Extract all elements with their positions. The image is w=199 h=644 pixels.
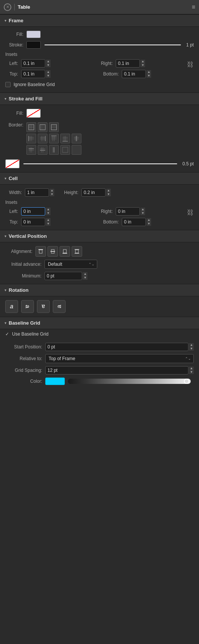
sf-fill-swatch[interactable] bbox=[26, 109, 41, 118]
rotation-section-header[interactable]: ▾ Rotation bbox=[0, 284, 199, 296]
color-slider[interactable] bbox=[68, 379, 191, 384]
border-btn-6[interactable] bbox=[49, 134, 59, 143]
stroke-slider[interactable] bbox=[44, 45, 181, 45]
link-insets-icon[interactable]: ⛓ bbox=[187, 61, 194, 69]
top-input[interactable] bbox=[21, 70, 45, 78]
border-btn-3[interactable] bbox=[49, 122, 59, 132]
sf-stroke-slider[interactable] bbox=[23, 163, 177, 164]
left-spin-down[interactable]: ▼ bbox=[46, 63, 51, 67]
frame-section-body: Fill: Stroke: 1 pt Insets Left: ▲ ▼ bbox=[0, 27, 199, 92]
rotation-body: a a a a bbox=[0, 296, 199, 317]
cell-right-spin-up[interactable]: ▲ bbox=[141, 208, 145, 211]
border-btn-10[interactable] bbox=[38, 145, 47, 155]
cell-bottom-spinners: ▲ ▼ bbox=[147, 218, 151, 226]
grid-spacing-label: Grid Spacing: bbox=[5, 368, 42, 373]
cell-top-spin-down[interactable]: ▼ bbox=[46, 222, 51, 226]
border-grid-row3 bbox=[26, 145, 81, 155]
baseline-grid-section-header[interactable]: ▾ Baseline Grid bbox=[0, 317, 199, 329]
cell-width-input[interactable] bbox=[25, 188, 49, 197]
sf-stroke-swatch[interactable] bbox=[5, 159, 20, 168]
cell-left-spin-down[interactable]: ▼ bbox=[46, 211, 51, 215]
initial-advance-dropdown[interactable]: Default ⌃⌄ bbox=[44, 260, 97, 269]
align-middle-btn[interactable] bbox=[47, 246, 58, 257]
grid-spacing-spin-up[interactable]: ▲ bbox=[189, 367, 194, 370]
rotation-90-btn[interactable]: a bbox=[21, 300, 34, 313]
border-btn-11[interactable] bbox=[49, 145, 59, 155]
left-spin-up[interactable]: ▲ bbox=[46, 60, 51, 63]
rotation-180-btn[interactable]: a bbox=[37, 300, 50, 313]
start-position-spin-up[interactable]: ▲ bbox=[189, 343, 194, 347]
top-label: Top: bbox=[5, 71, 18, 77]
right-input[interactable] bbox=[116, 59, 140, 68]
border-btn-12[interactable] bbox=[60, 145, 70, 155]
cell-bottom-spin-up[interactable]: ▲ bbox=[147, 218, 151, 222]
color-slider-thumb bbox=[184, 379, 189, 384]
border-btn-7[interactable] bbox=[60, 134, 70, 143]
right-spin-up[interactable]: ▲ bbox=[141, 60, 145, 63]
initial-advance-value: Default bbox=[48, 262, 62, 267]
border-btn-9[interactable] bbox=[26, 145, 36, 155]
minimum-spin-up[interactable]: ▲ bbox=[83, 272, 87, 276]
bottom-input[interactable] bbox=[122, 70, 146, 78]
cell-width-spin-down[interactable]: ▼ bbox=[50, 193, 54, 196]
start-position-spin-down[interactable]: ▼ bbox=[189, 347, 194, 351]
sf-stroke-row: 0.5 pt bbox=[5, 159, 194, 168]
right-input-group: ▲ ▼ bbox=[116, 59, 145, 68]
top-spin-up[interactable]: ▲ bbox=[46, 70, 51, 74]
cell-right-label: Right: bbox=[98, 209, 113, 214]
close-button[interactable]: ✕ bbox=[4, 3, 11, 11]
cell-height-spin-down[interactable]: ▼ bbox=[106, 193, 111, 196]
align-justify-btn[interactable] bbox=[72, 246, 82, 257]
rotation-270-btn[interactable]: a bbox=[53, 300, 66, 313]
menu-icon[interactable]: ≡ bbox=[192, 4, 195, 11]
cell-section-header[interactable]: ▾ Cell bbox=[0, 173, 199, 184]
minimum-spin-down[interactable]: ▼ bbox=[83, 276, 87, 280]
border-btn-2[interactable] bbox=[38, 122, 47, 132]
vpos-section-header[interactable]: ▾ Vertical Position bbox=[0, 230, 199, 242]
top-spinners: ▲ ▼ bbox=[46, 70, 51, 78]
border-btn-4[interactable] bbox=[26, 134, 36, 143]
baseline-grid-title: Baseline Grid bbox=[9, 320, 40, 326]
align-bottom-btn[interactable] bbox=[60, 246, 70, 257]
cell-height-spin-up[interactable]: ▲ bbox=[106, 189, 111, 193]
align-top-btn[interactable] bbox=[35, 246, 46, 257]
cell-left-spin-up[interactable]: ▲ bbox=[46, 208, 51, 211]
link-cell-insets-icon[interactable]: ⛓ bbox=[187, 209, 194, 217]
svg-rect-47 bbox=[63, 147, 68, 153]
cell-bottom-spin-down[interactable]: ▼ bbox=[147, 222, 151, 226]
cell-height-input[interactable] bbox=[81, 188, 106, 197]
cell-top-input[interactable] bbox=[21, 218, 45, 226]
stroke-row: Stroke: 1 pt bbox=[5, 41, 194, 49]
top-spin-down[interactable]: ▼ bbox=[46, 74, 51, 78]
dropdown-arrow-icon: ⌃⌄ bbox=[185, 357, 191, 361]
right-spin-down[interactable]: ▼ bbox=[141, 63, 145, 67]
cell-right-input[interactable] bbox=[116, 207, 140, 216]
border-btn-5[interactable] bbox=[38, 134, 47, 143]
fill-row: Fill: bbox=[5, 31, 194, 38]
cell-width-spin-up[interactable]: ▲ bbox=[50, 189, 54, 193]
border-btn-8[interactable] bbox=[72, 134, 81, 143]
grid-spacing-input[interactable] bbox=[45, 366, 188, 374]
ignore-baseline-checkbox[interactable] bbox=[5, 82, 11, 87]
bottom-spin-down[interactable]: ▼ bbox=[147, 74, 151, 78]
grid-spacing-spin-down[interactable]: ▼ bbox=[189, 370, 194, 374]
stroke-fill-section-header[interactable]: ▾ Stroke and Fill bbox=[0, 93, 199, 105]
color-swatch[interactable] bbox=[45, 377, 65, 385]
border-grid-row2 bbox=[26, 134, 81, 143]
border-btn-1[interactable] bbox=[26, 122, 36, 132]
border-btn-13[interactable] bbox=[72, 145, 81, 155]
start-position-input[interactable] bbox=[45, 343, 188, 351]
rotation-0-btn[interactable]: a bbox=[5, 300, 18, 313]
ignore-baseline-label: Ignore Baseline Grid bbox=[14, 82, 55, 87]
cell-top-spin-up[interactable]: ▲ bbox=[46, 218, 51, 222]
bottom-spin-up[interactable]: ▲ bbox=[147, 70, 151, 74]
cell-left-input[interactable] bbox=[21, 207, 45, 216]
left-input[interactable] bbox=[21, 59, 45, 68]
minimum-input[interactable] bbox=[44, 272, 82, 280]
relative-to-dropdown[interactable]: Top of Frame ⌃⌄ bbox=[45, 354, 194, 363]
cell-bottom-input[interactable] bbox=[122, 218, 146, 226]
frame-section-header[interactable]: ▾ Frame bbox=[0, 15, 199, 26]
fill-swatch[interactable] bbox=[26, 31, 41, 38]
cell-right-spin-down[interactable]: ▼ bbox=[141, 211, 145, 215]
stroke-swatch[interactable] bbox=[26, 41, 41, 49]
